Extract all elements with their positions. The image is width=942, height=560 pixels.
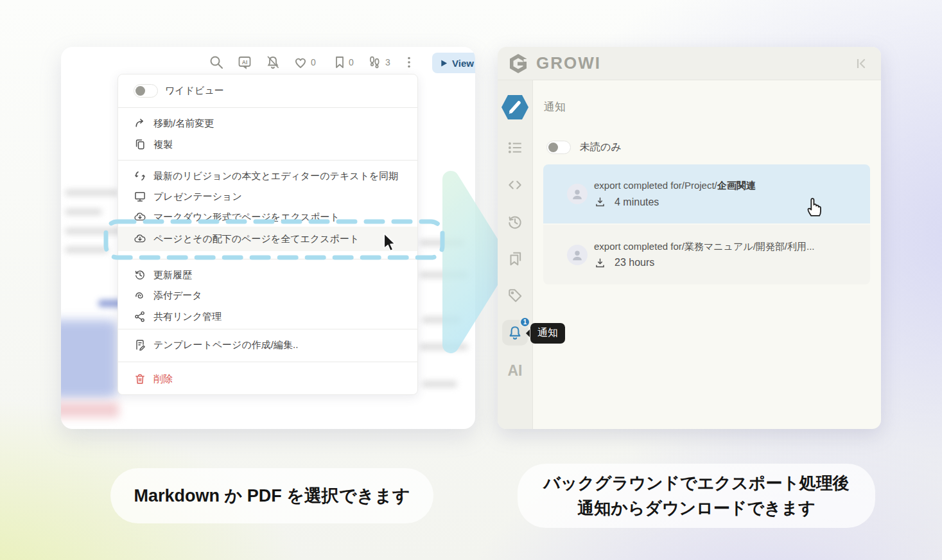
notification-badge: 1 [519,317,530,328]
kebab-menu-icon[interactable] [401,55,417,70]
notification-meta: 23 hours [594,257,815,269]
avatar [567,184,588,204]
move-rename-icon [134,117,146,130]
wide-view-toggle[interactable] [134,84,158,98]
avatar [567,245,588,265]
unread-only-toggle[interactable] [546,141,571,154]
menu-divider [118,259,417,259]
menu-item-delete[interactable]: 削除 [118,369,417,389]
blurred-text [65,209,102,215]
menu-item-attachments[interactable]: 添付データ [118,285,417,306]
like-count: 0 [311,57,316,67]
menu-divider [118,329,417,329]
menu-item-label: 移動/名前変更 [153,118,214,130]
notifications-panel: 通知 未読のみ export completed for/Project/企画関… [533,80,881,429]
growi-sidebar: 1 AI [498,80,533,429]
tag-icon[interactable] [502,283,528,308]
unread-filter-row: 未読のみ [546,141,622,154]
blurred-banner [61,402,119,417]
menu-item-label: 複製 [153,139,173,151]
notification-time: 23 hours [615,257,654,268]
download-icon [594,257,606,269]
view-button-label: View [452,58,474,69]
wiki-page-card: AI 0 0 3 View [61,47,475,429]
menu-divider [118,160,417,161]
growi-logo [507,52,530,75]
recent-changes-icon[interactable] [502,209,528,235]
notification-item[interactable]: export completed for/業務マニュアル/開発部/利用... 2… [543,225,870,284]
caption-left: Markdown か PDF を選択できます [110,468,433,523]
ai-assistant-icon[interactable]: AI [237,55,252,70]
bell-tooltip: 通知 [530,323,565,344]
menu-item-export-markdown[interactable]: マークダウン形式でページをエクスポート [118,207,417,227]
menu-item-label: 最新のリビジョンの本文とエディターのテキストを同期 [153,170,398,182]
notification-time: 4 minutes [615,197,659,208]
panel-title: 通知 [544,100,566,114]
blurred-text [422,381,457,387]
menu-item-move-rename[interactable]: 移動/名前変更 [118,113,417,134]
growi-header: GROWI [498,47,881,80]
play-icon [440,59,448,67]
export-cloud-icon [134,232,146,245]
bookmark-icon[interactable] [332,55,347,70]
page-item-control-menu: ワイドビュー 移動/名前変更 複製 最新のリビジョンの本文とエ [118,74,418,395]
duplicate-icon [134,138,146,151]
share-icon [134,310,146,323]
view-button[interactable]: View [432,53,475,73]
menu-divider [118,107,417,108]
search-icon[interactable] [209,55,224,70]
menu-item-wide-view[interactable]: ワイドビュー [118,78,417,103]
mouse-cursor-arrow [382,232,397,256]
code-icon[interactable] [502,172,528,198]
blurred-text [65,228,124,234]
bookmarks-icon[interactable] [502,246,528,272]
menu-item-label: ページとその配下のページを全てエクスポート [153,233,359,245]
menu-item-template[interactable]: テンプレートページの作成/編集.. [118,335,417,355]
menu-item-label: マークダウン形式でページをエクスポート [153,211,340,223]
menu-item-sync-revision[interactable]: 最新のリビジョンの本文とエディターのテキストを同期 [118,166,417,186]
growi-window: GROWI [498,47,881,429]
blurred-card [61,320,117,398]
template-page-icon [134,338,146,351]
sync-icon [134,170,146,182]
like-icon[interactable] [293,55,308,70]
collapse-sidebar-icon[interactable] [854,56,869,71]
bookmark-count: 0 [349,57,354,67]
unread-only-label: 未読のみ [580,141,622,154]
history-icon [134,268,146,281]
menu-item-label: 添付データ [153,290,202,302]
app-title: GROWI [536,53,601,73]
trash-icon [134,372,146,385]
menu-item-label: テンプレートページの作成/編集.. [153,339,298,351]
notification-list: export completed for/Project/企画関連 4 minu… [543,164,870,284]
ai-sidebar-icon[interactable]: AI [502,358,528,383]
edit-hexagon-icon[interactable] [500,93,530,121]
caption-right: バックグラウンドでエクスポート処理後 通知からダウンロードできます [518,464,875,528]
menu-item-label: 削除 [153,373,173,385]
notification-meta: 4 minutes [594,196,756,208]
footprint-count: 3 [385,57,390,67]
menu-item-label: 共有リンク管理 [153,311,222,323]
menu-item-label: 更新履歴 [153,269,192,281]
mouse-cursor-hand [804,194,824,220]
wide-view-label: ワイドビュー [165,85,224,97]
notification-title: export completed for/業務マニュアル/開発部/利用... [594,241,815,253]
export-cloud-icon [134,211,146,223]
menu-item-presentation[interactable]: プレゼンテーション [118,186,417,207]
menu-item-duplicate[interactable]: 複製 [118,134,417,155]
blurred-text [65,247,109,253]
menu-item-label: プレゼンテーション [153,191,242,203]
tutorial-screenshot: AI 0 0 3 View [0,0,942,560]
page-toolbar: AI 0 0 3 View [61,47,475,76]
paperclip-icon [134,289,146,302]
presentation-icon [134,190,146,203]
page-list-icon[interactable] [502,135,528,161]
svg-text:AI: AI [242,59,248,66]
ai-label: AI [508,362,523,380]
menu-item-history[interactable]: 更新履歴 [118,265,417,285]
footprints-icon[interactable] [367,55,382,70]
bell-muted-icon[interactable] [265,55,281,70]
menu-item-export-all-pages[interactable]: ページとその配下のページを全てエクスポート [118,227,417,251]
menu-item-share-links[interactable]: 共有リンク管理 [118,306,417,327]
notifications-bell-icon[interactable]: 1 [502,320,528,346]
